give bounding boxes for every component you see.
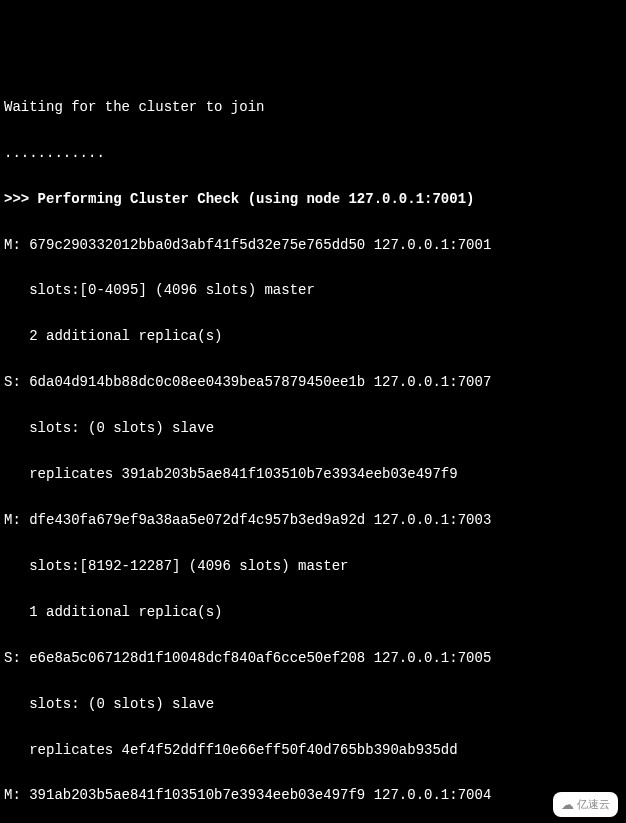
terminal-line: ............ [4,145,105,161]
node-line: slots:[8192-12287] (4096 slots) master [4,558,348,574]
cloud-icon: ☁ [561,794,574,815]
node-line: M: 679c290332012bba0d3abf41f5d32e75e765d… [4,237,491,253]
node-line: replicates 391ab203b5ae841f103510b7e3934… [4,466,458,482]
node-line: slots: (0 slots) slave [4,420,214,436]
node-line: replicates 4ef4f52ddff10e66eff50f40d765b… [4,742,458,758]
cluster-check-header: >>> Performing Cluster Check (using node… [4,191,474,207]
watermark-badge: ☁亿速云 [553,792,618,817]
node-line: M: dfe430fa679ef9a38aa5e072df4c957b3ed9a… [4,512,491,528]
node-line: 1 additional replica(s) [4,604,222,620]
node-line: S: 6da04d914bb88dc0c08ee0439bea57879450e… [4,374,491,390]
node-line: 2 additional replica(s) [4,328,222,344]
node-line: S: e6e8a5c067128d1f10048dcf840af6cce50ef… [4,650,491,666]
node-line: slots:[0-4095] (4096 slots) master [4,282,315,298]
node-line: slots: (0 slots) slave [4,696,214,712]
watermark-text: 亿速云 [577,795,610,813]
terminal-line: Waiting for the cluster to join [4,99,264,115]
node-line: M: 391ab203b5ae841f103510b7e3934eeb03e49… [4,787,491,803]
